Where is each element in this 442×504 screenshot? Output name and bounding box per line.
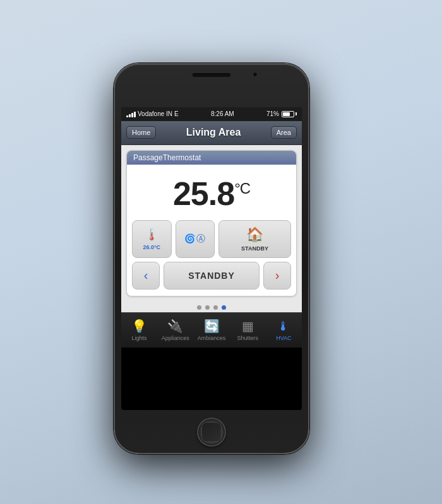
auto-icon: Ⓐ [196,233,205,245]
hvac-icon: 🌡 [277,319,290,334]
page-indicators [121,302,302,312]
signal-bar-1 [126,115,128,117]
next-mode-button[interactable]: › [263,262,291,290]
network-type: E [174,110,179,117]
prev-mode-button[interactable]: ‹ [132,262,160,290]
left-arrow-icon: ‹ [144,268,148,283]
current-mode-display: STANDBY [164,262,260,290]
area-button[interactable]: Area [271,126,297,139]
navigation-bar: Home Living Area Area [121,121,302,145]
temp-unit: °C [234,179,250,196]
tab-ambiances[interactable]: 🔄 Ambiances [193,316,229,344]
lights-label: Lights [132,335,147,341]
status-right: 71% [266,110,297,117]
set-temp-button[interactable]: 🌡️ 26.0°C [132,220,172,258]
shutters-icon: ▦ [242,319,254,334]
right-arrow-icon: › [275,268,280,283]
fan-icon: 🌀 [184,233,195,245]
status-left: Vodafone IN E [126,110,179,117]
page-dot-2 [205,305,210,310]
appliances-label: Appliances [162,335,189,341]
home-button-physical[interactable] [197,418,226,447]
set-temp-label: 26.0°C [143,244,160,250]
appliances-icon: 🔌 [167,319,183,334]
page-dot-3 [213,305,218,310]
time-display: 8:26 AM [211,110,234,117]
home-button-inner [201,422,222,442]
signal-bar-3 [131,113,133,117]
home-button[interactable]: Home [126,126,156,139]
tab-lights[interactable]: 💡 Lights [121,316,157,344]
standby-controls: ‹ STANDBY › [132,262,291,290]
content-area: PassageThermostat 25.8°C 🌡️ 26.0°C [121,145,302,348]
standby-mode-button[interactable]: 🏠 STANDBY [218,220,291,258]
signal-bar-2 [129,114,131,117]
battery-fill [283,112,290,116]
standby-mode-label: STANDBY [241,245,268,252]
temp-value: 25.8 [173,175,234,212]
phone-device: Vodafone IN E 8:26 AM 71% Home [114,63,309,454]
thermostat-temperature: 25.8°C [127,165,296,220]
current-mode-label: STANDBY [188,271,235,281]
phone-speaker [193,73,230,77]
battery-indicator [282,111,297,117]
tab-bar: 💡 Lights 🔌 Appliances 🔄 Ambiances ▦ Shut… [121,312,302,348]
hvac-label: HVAC [276,335,291,341]
lights-icon: 💡 [131,319,147,334]
ambiances-icon: 🔄 [204,319,220,334]
thermostat-name: PassageThermostat [133,153,201,162]
page-dot-4 [222,305,226,310]
battery-percent: 71% [266,110,279,117]
page-title: Living Area [186,127,241,138]
fan-mode-button[interactable]: 🌀 Ⓐ [176,220,215,258]
carrier-label: Vodafone IN [138,110,172,117]
signal-bar-4 [134,112,136,117]
signal-bars [126,111,136,117]
page-dot-1 [197,305,201,310]
tab-shutters[interactable]: ▦ Shutters [230,316,266,344]
tab-hvac[interactable]: 🌡 HVAC [266,317,302,344]
ambiances-label: Ambiances [198,335,226,341]
thermostat-card: PassageThermostat 25.8°C 🌡️ 26.0°C [126,150,297,296]
battery-body [282,111,294,117]
thermostat-header: PassageThermostat [127,151,296,165]
thermometer-icon: 🌡️ [145,228,158,242]
phone-wrapper: Vodafone IN E 8:26 AM 71% Home [0,0,442,504]
phone-camera [253,72,258,77]
phone-screen: Vodafone IN E 8:26 AM 71% Home [121,107,302,410]
tab-appliances[interactable]: 🔌 Appliances [157,316,193,344]
home-mode-icon: 🏠 [246,226,263,243]
status-bar: Vodafone IN E 8:26 AM 71% [121,107,302,121]
shutters-label: Shutters [237,335,258,341]
battery-tip [296,112,297,115]
mode-controls: 🌡️ 26.0°C 🌀 Ⓐ 🏠 [132,220,291,258]
mode-icons: 🌀 Ⓐ [184,233,205,245]
